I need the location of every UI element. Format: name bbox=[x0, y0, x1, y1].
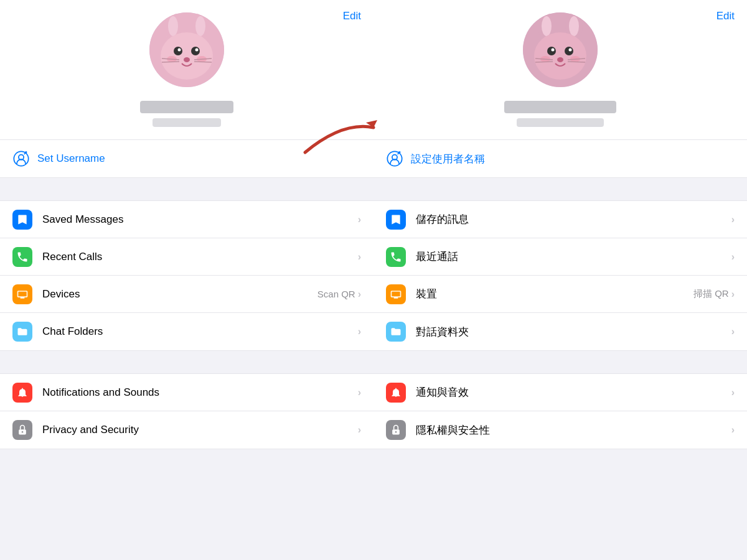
left-devices-label: Devices bbox=[42, 288, 317, 301]
left-username-icon bbox=[12, 150, 30, 167]
right-saved-messages-chevron: › bbox=[731, 214, 735, 225]
right-devices-chevron: › bbox=[731, 289, 735, 300]
right-notifications-label: 通知與音效 bbox=[416, 385, 731, 399]
right-recent-calls-row[interactable]: 最近通話 › bbox=[374, 238, 747, 276]
left-devices-icon bbox=[12, 284, 32, 304]
svg-point-5 bbox=[161, 32, 213, 80]
left-gap-2 bbox=[0, 351, 374, 373]
svg-point-9 bbox=[195, 49, 199, 52]
left-chat-folders-icon bbox=[12, 322, 32, 342]
right-devices-icon bbox=[386, 284, 406, 304]
right-privacy-icon bbox=[386, 420, 406, 440]
left-chat-folders-chevron: › bbox=[358, 326, 361, 337]
left-notifications-row[interactable]: Notifications and Sounds › bbox=[0, 374, 374, 411]
svg-point-6 bbox=[174, 47, 182, 55]
right-saved-messages-icon bbox=[386, 210, 406, 230]
right-saved-messages-label: 儲存的訊息 bbox=[416, 212, 731, 226]
right-recent-calls-chevron: › bbox=[731, 251, 735, 263]
right-username-label: 設定使用者名稱 bbox=[411, 152, 485, 166]
svg-rect-50 bbox=[392, 291, 400, 296]
right-menu-group-1: 儲存的訊息 › 最近通話 › 裝置 掃描 QR › bbox=[374, 200, 747, 351]
left-panel: Edit bbox=[0, 0, 374, 560]
right-set-username-row[interactable]: 設定使用者名稱 bbox=[374, 140, 747, 177]
left-recent-calls-icon bbox=[12, 247, 32, 267]
left-notifications-icon bbox=[12, 383, 32, 403]
svg-point-34 bbox=[565, 47, 573, 55]
svg-rect-23 bbox=[18, 291, 26, 296]
right-chat-folders-row[interactable]: 對話資料夾 › bbox=[374, 313, 747, 350]
left-notifications-label: Notifications and Sounds bbox=[42, 386, 358, 399]
svg-point-35 bbox=[552, 49, 555, 52]
svg-point-8 bbox=[178, 49, 181, 52]
right-privacy-row[interactable]: 隱私權與安全性 › bbox=[374, 411, 747, 449]
right-username-section: 設定使用者名稱 bbox=[374, 139, 747, 178]
svg-point-53 bbox=[395, 431, 397, 433]
left-username-section: Set Username bbox=[0, 139, 374, 178]
right-notifications-icon bbox=[386, 383, 406, 403]
right-edit-button[interactable]: Edit bbox=[716, 10, 735, 22]
right-phone-blur bbox=[517, 118, 604, 127]
right-gap-2 bbox=[374, 351, 747, 373]
left-recent-calls-row[interactable]: Recent Calls › bbox=[0, 238, 374, 276]
right-saved-messages-row[interactable]: 儲存的訊息 › bbox=[374, 201, 747, 238]
right-notifications-chevron: › bbox=[731, 387, 735, 398]
left-gap-1 bbox=[0, 178, 374, 200]
svg-point-4 bbox=[195, 16, 205, 36]
left-saved-messages-chevron: › bbox=[358, 214, 361, 225]
left-avatar bbox=[149, 12, 224, 87]
left-edit-button[interactable]: Edit bbox=[343, 10, 361, 22]
right-chat-folders-chevron: › bbox=[731, 326, 735, 337]
left-set-username-row[interactable]: Set Username bbox=[0, 140, 374, 177]
svg-point-3 bbox=[168, 16, 178, 36]
left-username-label: Set Username bbox=[37, 152, 105, 165]
left-recent-calls-chevron: › bbox=[358, 251, 361, 263]
svg-rect-24 bbox=[21, 297, 25, 299]
left-saved-messages-row[interactable]: Saved Messages › bbox=[0, 201, 374, 238]
svg-point-10 bbox=[184, 57, 190, 62]
left-profile-card: Edit bbox=[0, 0, 374, 139]
right-chat-folders-icon bbox=[386, 322, 406, 342]
right-username-icon bbox=[386, 150, 403, 167]
right-profile-card: Edit bbox=[374, 0, 747, 139]
right-gap-1 bbox=[374, 178, 747, 200]
left-privacy-chevron: › bbox=[358, 424, 361, 436]
right-chat-folders-label: 對話資料夾 bbox=[416, 325, 731, 339]
right-avatar bbox=[523, 12, 598, 87]
left-privacy-row[interactable]: Privacy and Security › bbox=[0, 411, 374, 449]
left-saved-messages-icon bbox=[12, 210, 32, 230]
left-privacy-icon bbox=[12, 420, 32, 440]
right-recent-calls-icon bbox=[386, 247, 406, 267]
left-privacy-label: Privacy and Security bbox=[42, 424, 358, 436]
svg-line-41 bbox=[535, 62, 553, 62]
svg-point-36 bbox=[569, 49, 572, 52]
left-menu-group-1: Saved Messages › Recent Calls › Devices … bbox=[0, 200, 374, 351]
right-privacy-chevron: › bbox=[731, 424, 735, 436]
left-devices-secondary: Scan QR bbox=[317, 289, 355, 299]
svg-point-37 bbox=[557, 57, 563, 62]
svg-rect-51 bbox=[394, 297, 398, 299]
right-notifications-row[interactable]: 通知與音效 › bbox=[374, 374, 747, 411]
right-panel: Edit bbox=[374, 0, 747, 560]
svg-line-16 bbox=[194, 62, 212, 62]
right-recent-calls-label: 最近通話 bbox=[416, 250, 731, 264]
main-container: Edit bbox=[0, 0, 747, 560]
left-menu-group-2: Notifications and Sounds › Privacy and S… bbox=[0, 373, 374, 449]
right-name-blur bbox=[504, 101, 616, 113]
left-notifications-chevron: › bbox=[358, 387, 361, 398]
left-recent-calls-label: Recent Calls bbox=[42, 251, 358, 263]
svg-point-26 bbox=[22, 431, 24, 433]
left-name-blur bbox=[140, 101, 233, 113]
left-saved-messages-label: Saved Messages bbox=[42, 213, 358, 226]
svg-point-30 bbox=[542, 16, 552, 36]
svg-line-43 bbox=[568, 62, 585, 62]
right-devices-row[interactable]: 裝置 掃描 QR › bbox=[374, 276, 747, 313]
svg-point-32 bbox=[534, 32, 586, 80]
left-chat-folders-label: Chat Folders bbox=[42, 325, 358, 338]
svg-point-33 bbox=[547, 47, 556, 55]
left-devices-row[interactable]: Devices Scan QR › bbox=[0, 276, 374, 313]
left-chat-folders-row[interactable]: Chat Folders › bbox=[0, 313, 374, 350]
svg-point-7 bbox=[191, 47, 200, 55]
svg-point-31 bbox=[569, 16, 579, 36]
right-menu-group-2: 通知與音效 › 隱私權與安全性 › bbox=[374, 373, 747, 449]
svg-line-14 bbox=[162, 62, 179, 62]
